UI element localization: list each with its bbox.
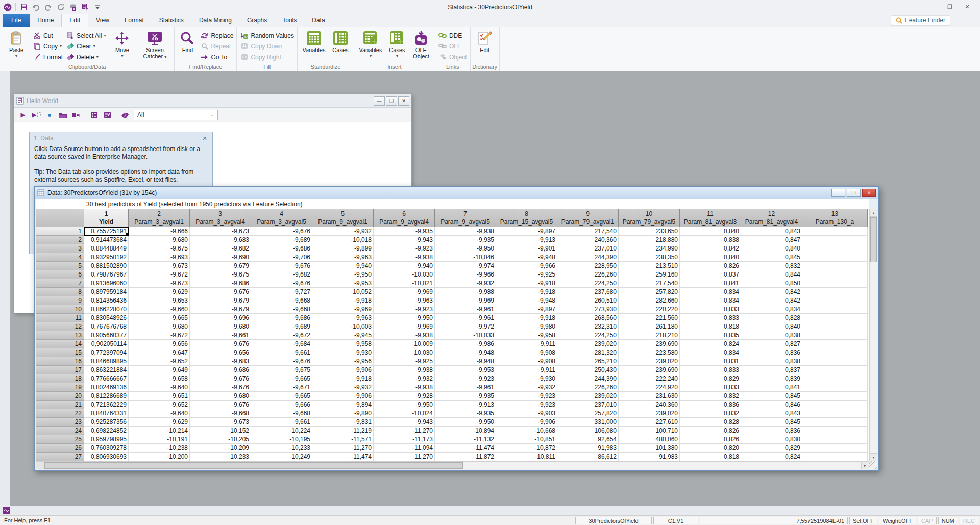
cell[interactable]: -9,961 xyxy=(435,305,496,314)
cell[interactable]: 228,950 xyxy=(557,262,619,270)
cell[interactable]: 0,836 xyxy=(741,427,802,435)
cell[interactable]: 244,390 xyxy=(557,253,619,262)
cell[interactable]: -9,918 xyxy=(312,296,374,305)
cell[interactable]: 0,806930693 xyxy=(84,453,129,461)
cell[interactable]: 0,835 xyxy=(680,331,741,340)
cell[interactable]: 0,776666667 xyxy=(84,374,129,383)
cell[interactable]: -9,679 xyxy=(190,296,251,305)
cell[interactable]: 0,846689895 xyxy=(84,357,129,366)
cell[interactable]: 91,983 xyxy=(557,444,619,453)
cell[interactable]: -9,908 xyxy=(496,348,557,357)
cell[interactable]: 240,360 xyxy=(619,401,680,409)
scroll-down-arrow[interactable]: ▼ xyxy=(870,453,877,461)
cell[interactable]: 0,834 xyxy=(680,296,741,305)
random-values-button[interactable]: R Random Values xyxy=(238,30,296,41)
scroll-right-arrow[interactable]: ► xyxy=(861,462,869,469)
cell[interactable]: -9,675 xyxy=(129,244,190,253)
scroll-split-box[interactable] xyxy=(36,462,44,469)
hello-world-titlebar[interactable]: Hello World — ❐ ✕ xyxy=(14,94,411,108)
cell[interactable]: -10,033 xyxy=(435,331,496,340)
tab-data-mining[interactable]: Data Mining xyxy=(191,14,239,27)
cell[interactable]: -9,918 xyxy=(312,374,374,383)
format-button[interactable]: Format xyxy=(31,52,64,62)
cell[interactable]: 92,654 xyxy=(557,435,619,444)
cell[interactable] xyxy=(802,409,868,418)
cell[interactable]: 0,884488449 xyxy=(84,244,129,253)
row-header[interactable]: 20 xyxy=(36,392,84,401)
cell[interactable]: 240,360 xyxy=(557,236,619,244)
cell[interactable]: 0,832 xyxy=(741,262,802,270)
cell[interactable]: -9,988 xyxy=(435,288,496,296)
cell[interactable]: -11,571 xyxy=(312,435,374,444)
column-header[interactable]: 2Param_3_avgval1 xyxy=(129,209,190,227)
cell[interactable]: -10,052 xyxy=(312,288,374,296)
cell[interactable]: -9,680 xyxy=(190,392,251,401)
cell[interactable]: -10,224 xyxy=(251,427,312,435)
column-header[interactable]: 5Param_9_avgval1 xyxy=(312,209,374,227)
add-to-report-icon[interactable] xyxy=(68,3,77,11)
cell[interactable]: 0,760309278 xyxy=(84,444,129,453)
cell[interactable]: -9,831 xyxy=(312,418,374,427)
tab-format[interactable]: Format xyxy=(117,14,152,27)
cell[interactable]: 0,845 xyxy=(741,418,802,427)
standardize-variables-button[interactable]: Variables xyxy=(299,28,329,53)
status-weight-toggle[interactable]: Weight:OFF xyxy=(879,517,916,524)
cell[interactable] xyxy=(802,244,868,253)
cell[interactable] xyxy=(802,253,868,262)
row-header[interactable]: 18 xyxy=(36,374,84,383)
tab-tools[interactable]: Tools xyxy=(275,14,304,27)
column-header[interactable]: 4Param_3_avgval5 xyxy=(251,209,312,227)
cell[interactable]: 224,250 xyxy=(557,279,619,288)
cell[interactable]: -9,696 xyxy=(190,314,251,322)
cell[interactable]: -9,686 xyxy=(251,314,312,322)
cell[interactable]: 0,902050114 xyxy=(84,340,129,348)
cell[interactable]: -9,932 xyxy=(496,383,557,392)
cell[interactable]: 0,833 xyxy=(680,366,741,374)
cell[interactable]: -11,474 xyxy=(312,453,374,461)
column-header[interactable]: 1Yield xyxy=(84,209,129,227)
cell[interactable]: -9,958 xyxy=(496,331,557,340)
cell[interactable]: -9,686 xyxy=(251,244,312,253)
cell[interactable]: -11,872 xyxy=(435,453,496,461)
cell[interactable]: 257,820 xyxy=(619,288,680,296)
undo-icon[interactable] xyxy=(32,3,40,11)
cell[interactable]: -9,668 xyxy=(251,296,312,305)
cell[interactable] xyxy=(802,305,868,314)
row-header[interactable]: 23 xyxy=(36,418,84,427)
cell[interactable]: -10,668 xyxy=(496,427,557,435)
cell[interactable]: -9,940 xyxy=(312,262,374,270)
cell[interactable]: -9,948 xyxy=(435,357,496,366)
cell[interactable]: -9,897 xyxy=(496,227,557,236)
row-header[interactable]: 13 xyxy=(36,331,84,340)
cell[interactable]: -9,680 xyxy=(190,322,251,331)
cell[interactable]: -11,219 xyxy=(312,427,374,435)
row-header[interactable]: 11 xyxy=(36,314,84,322)
vertical-scrollbar[interactable]: ▲ ▼ xyxy=(869,209,877,461)
cell[interactable]: 239,020 xyxy=(619,357,680,366)
cell[interactable]: -9,686 xyxy=(190,279,251,288)
cell[interactable]: -9,950 xyxy=(374,314,435,322)
cell[interactable]: -9,673 xyxy=(190,227,251,236)
cell[interactable]: 234,990 xyxy=(619,244,680,253)
column-header[interactable]: 6Param_9_avgval4 xyxy=(374,209,435,227)
cell[interactable]: 226,260 xyxy=(557,270,619,279)
cell[interactable]: 86,612 xyxy=(557,453,619,461)
cell[interactable]: -9,676 xyxy=(190,401,251,409)
cell[interactable]: -10,249 xyxy=(251,453,312,461)
cell[interactable]: 0,826 xyxy=(680,435,741,444)
tab-home[interactable]: Home xyxy=(30,14,61,27)
cell[interactable] xyxy=(802,418,868,427)
cell[interactable]: -9,950 xyxy=(374,401,435,409)
cell[interactable]: -10,021 xyxy=(374,279,435,288)
tab-graphs[interactable]: Graphs xyxy=(239,14,275,27)
row-header[interactable]: 3 xyxy=(36,244,84,253)
cell[interactable]: 0,834 xyxy=(680,348,741,357)
row-header[interactable]: 6 xyxy=(36,270,84,279)
cell[interactable]: -9,903 xyxy=(496,409,557,418)
macro-filter-combobox[interactable]: All ⌄ xyxy=(134,110,218,120)
row-header[interactable]: 21 xyxy=(36,401,84,409)
cell[interactable]: 273,930 xyxy=(557,305,619,314)
data-window-titlebar[interactable]: Data: 30PredictorsOfYield (31v by 154c) … xyxy=(35,187,878,199)
cut-button[interactable]: Cut xyxy=(31,30,64,41)
cell[interactable] xyxy=(802,444,868,453)
